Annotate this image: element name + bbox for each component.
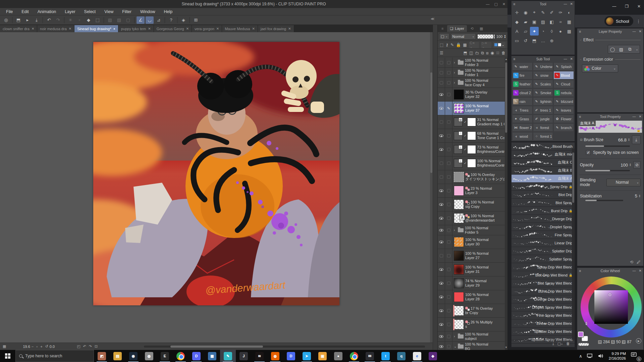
brush-diverge-drip-wet-blend[interactable]: Diverge Drip Wet Blend [512, 295, 575, 303]
toolbar-snap-special-icon[interactable]: ◆ [85, 16, 93, 24]
document-tab-4[interactable]: Gorgeous Georg✕ [154, 25, 192, 32]
menu-filter[interactable]: Filter [122, 9, 131, 14]
layer-name[interactable]: Layer 32 [465, 95, 504, 99]
menu-layer[interactable]: Layer [65, 9, 75, 14]
brush-droplet-spray[interactable]: Droplet Spray [512, 223, 575, 231]
subtool-minimize-icon[interactable]: — [564, 57, 567, 61]
subtool-menu-icon[interactable]: ≡ [513, 57, 515, 61]
visibility-eye-icon[interactable] [439, 335, 443, 338]
tool-1-6-icon[interactable]: ▦ [565, 17, 574, 26]
draft-toggle[interactable] [447, 345, 450, 348]
subtool-forest-1[interactable]: ⁘forest 1 [533, 132, 553, 140]
zoom-out-button[interactable]: − [32, 345, 34, 349]
folder-expander-icon[interactable]: › [454, 61, 457, 64]
blend-mode-select[interactable]: Normal⌄ [451, 33, 476, 40]
artwork-canvas[interactable]: @vanderwaardart [93, 42, 339, 305]
delete-layer-icon[interactable]: 🗑 [501, 51, 505, 55]
effect-border-icon[interactable]: ◯ [608, 45, 617, 53]
visibility-eye-icon[interactable] [439, 323, 443, 326]
visibility-eye-icon[interactable] [439, 296, 443, 298]
layer-name[interactable]: Gradient map 1 C [477, 122, 504, 126]
browser-profile-button[interactable]: School [604, 16, 633, 26]
brush-spray-drip[interactable]: Spray Drip🔒 [512, 183, 575, 191]
layer-name[interactable]: sig Copy [465, 204, 504, 209]
subtool-cloud-2[interactable]: ✎cloud 2 [512, 88, 533, 97]
nav-undo-icon[interactable]: ↶ [83, 344, 86, 349]
subtool-snow[interactable]: ✎snow [533, 71, 553, 79]
combine-layer-icon[interactable]: ⧈ [486, 51, 489, 55]
visibility-toggle[interactable] [440, 162, 443, 165]
tab-layer[interactable]: ❏ Layer [447, 25, 467, 32]
layer-name[interactable]: Folder 5 [465, 230, 504, 235]
toolbar-eraser-switch-icon[interactable]: ◈ [179, 16, 187, 24]
taskbar-app-chrome-2[interactable] [346, 350, 362, 362]
visibility-eye-icon[interactable] [439, 268, 443, 271]
visibility-toggle[interactable] [440, 120, 443, 124]
layer-row-subject[interactable]: ›100 % Normalsubject [438, 331, 505, 342]
layer-thumbnail[interactable]: ☼ [454, 145, 463, 154]
tab-modified-icon[interactable]: ● [113, 27, 115, 31]
browser-minimize-button[interactable]: — [612, 4, 616, 9]
brush-blot-drip[interactable]: Blot Drip [512, 191, 575, 199]
visibility-eye-icon[interactable] [439, 107, 443, 110]
toolbar-frame-icon[interactable]: ▢ [124, 16, 132, 24]
browser-close-button[interactable]: ✕ [637, 4, 641, 9]
tab-close-icon[interactable]: ✕ [216, 27, 219, 31]
subtool-cloud[interactable]: ✎Cloud [553, 80, 574, 88]
layer-name[interactable]: Layer 30 [465, 242, 504, 246]
layer-name[interactable]: face Copy 4 [465, 83, 504, 87]
folder-expander-icon[interactable]: › [454, 335, 457, 338]
draft-toggle[interactable] [447, 162, 450, 165]
tool-3-0-icon[interactable]: ▭ [513, 36, 521, 45]
layer-list-scrollbar[interactable]: ▲▼ [505, 58, 507, 350]
layer-row-layer-31[interactable]: 100 % NormalLayer 31 [438, 263, 505, 277]
visibility-eye-icon[interactable] [439, 148, 443, 151]
tool-property-close-icon[interactable]: ✕ [639, 115, 642, 118]
opacity-value[interactable]: 100 [621, 163, 628, 168]
draft-toggle[interactable] [447, 295, 450, 299]
layer-row-tone-curve-1-cop[interactable]: ◜✓68 % NormalTone Curve 1 Cop [438, 129, 505, 143]
layer-thumbnail[interactable] [454, 199, 464, 209]
browser-restore-button[interactable]: ❐ [625, 4, 629, 9]
brush-size-source-button[interactable]: ⤓ [632, 135, 641, 144]
layer-name[interactable]: Layer 28 [465, 297, 504, 301]
mask-group-icon[interactable]: C✕ ⌄ [469, 42, 479, 48]
toolbar-help-bubble-icon[interactable]: ? [167, 16, 175, 24]
taskbar-app-browser-gray[interactable]: ◍ [141, 350, 157, 362]
effect-layer-color-icon[interactable]: ⧉ [626, 45, 634, 53]
taskbar-app-firefox[interactable]: ◍ [267, 350, 283, 362]
layer-mask-thumbnail[interactable] [467, 159, 476, 168]
tab-close-icon[interactable]: ✕ [69, 27, 71, 31]
effect-expand-icon[interactable]: ⌄ [634, 45, 640, 53]
brush-splatter-drip-wet-blend[interactable]: Splatter Drip Wet Blend [512, 327, 575, 336]
toolbar-ruler-snap-3-icon[interactable]: ⊿ [155, 16, 163, 24]
subtool-branch[interactable]: ✎branch [553, 123, 574, 132]
brush-fine-spray-wet-blend[interactable]: Fine Spray Wet Blend [512, 311, 575, 319]
tool-0-1-icon[interactable]: ◉ [521, 8, 530, 17]
nav-redo-icon[interactable]: ↷ [89, 344, 92, 349]
taskbar-app-discord[interactable]: D [189, 350, 204, 362]
tool-1-1-icon[interactable]: ▰ [521, 17, 530, 26]
new-brush-icon[interactable]: ▢₊ [557, 342, 563, 346]
taskbar-clock[interactable]: 9:29 PM 2/16/2026 [609, 351, 626, 361]
notification-button[interactable]: 1 [631, 352, 641, 360]
layer-name[interactable]: タイツやストッキングの質感 [465, 177, 504, 181]
layer-name[interactable]: Folder 1 [465, 73, 504, 77]
taskbar-app-discord-2[interactable]: D [283, 350, 299, 362]
brush-linear-drip[interactable]: Linear Drip [512, 239, 575, 247]
layer-name[interactable]: Layer 3 [465, 191, 504, 195]
tool-0-6-icon[interactable]: ◐ [565, 8, 574, 17]
lock-layer-icon[interactable]: 🔒 [456, 43, 461, 47]
palette-color-select[interactable]: ⌄ [493, 42, 505, 48]
document-tab-6[interactable]: Mauve Medusa✕ [222, 25, 258, 32]
menu-help[interactable]: Help [164, 9, 172, 14]
menu-edit[interactable]: Edit [21, 9, 29, 14]
tool-3-3-icon[interactable]: … [539, 36, 547, 45]
layer-name[interactable]: Folder 3 [465, 63, 504, 67]
folder-expander-icon[interactable]: › [454, 71, 457, 74]
document-tab-5[interactable]: vera gorgon✕ [192, 25, 222, 32]
detail-settings-icon[interactable]: 🖉 [637, 260, 641, 264]
tab-close-icon[interactable]: ✕ [252, 27, 255, 31]
layer-thumbnail[interactable]: ☼ [454, 159, 463, 168]
tab-close-icon[interactable]: ✕ [288, 27, 291, 31]
